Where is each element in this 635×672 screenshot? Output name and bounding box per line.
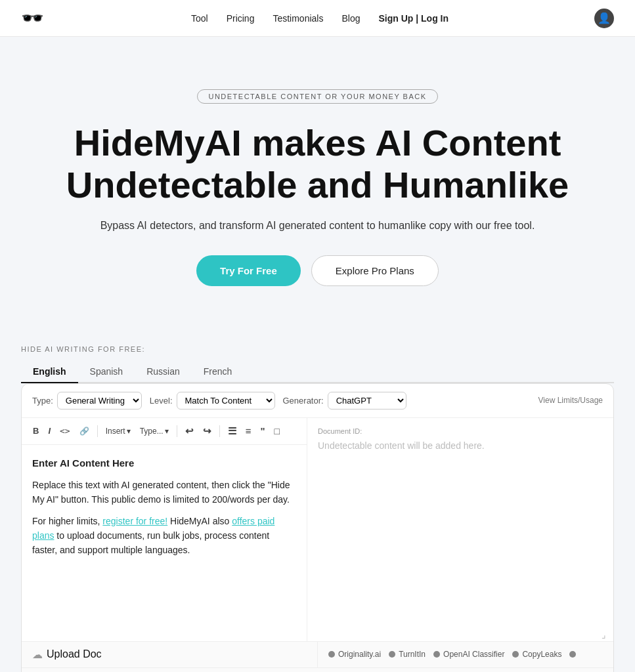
detector-extra	[569, 651, 576, 658]
controls-row: Type: General Writing Essay Article Stor…	[22, 384, 613, 418]
editor-bottom-left: ☁ Upload Doc	[22, 641, 318, 667]
editor-placeholder-title: Enter AI Content Here	[32, 455, 296, 471]
doc-id-label: Document ID:	[318, 427, 603, 435]
toolbar-list-ordered[interactable]: ≡	[242, 423, 255, 438]
hero-buttons: Try For Free Explore Pro Plans	[26, 255, 609, 286]
hero-section: UNDETECTABLE CONTENT OR YOUR MONEY BACK …	[0, 37, 635, 319]
nav-pricing[interactable]: Pricing	[227, 13, 255, 24]
editor-bottom-right: Originality.ai TurnItIn OpenAI Classifie…	[318, 641, 613, 667]
level-select[interactable]: Match To Content Low Medium High	[177, 392, 275, 410]
nav-testimonials[interactable]: Testimonials	[273, 13, 323, 24]
user-avatar-icon[interactable]: 👤	[594, 9, 614, 28]
editor-placeholder-p2: For higher limits, register for free! Hi…	[32, 514, 296, 558]
upload-doc-label[interactable]: Upload Doc	[47, 648, 102, 660]
turnitin-dot	[389, 651, 395, 658]
originality-label: Originality.ai	[338, 650, 381, 659]
hero-badge: UNDETECTABLE CONTENT OR YOUR MONEY BACK	[197, 89, 437, 104]
level-label: Level:	[150, 396, 173, 406]
toolbar-italic[interactable]: I	[45, 424, 54, 438]
tool-section-label: HIDE AI WRITING FOR FREE:	[21, 345, 614, 353]
try-free-button[interactable]: Try For Free	[196, 255, 301, 286]
language-tabs: English Spanish Russian French	[21, 361, 614, 383]
editor-right-panel: Document ID: Undetectable content will b…	[307, 418, 613, 641]
generator-label: Generator:	[283, 396, 324, 406]
toolbar-sep-2	[177, 425, 177, 437]
toolbar-fullscreen[interactable]: □	[271, 424, 283, 438]
toolbar-sep-1	[97, 425, 98, 437]
editor-card: Type: General Writing Essay Article Stor…	[21, 383, 614, 672]
toolbar-sep-3	[219, 425, 220, 437]
hero-subtitle: Bypass AI detectors, and transform AI ge…	[26, 220, 609, 232]
nav-signup-login[interactable]: Sign Up | Log In	[378, 13, 449, 24]
originality-dot	[328, 651, 335, 658]
toolbar-insert[interactable]: Insert ▾	[102, 425, 134, 438]
nav-blog[interactable]: Blog	[341, 13, 360, 24]
editor-left-panel: B I <> 🔗 Insert ▾ Type... ▾ ↩ ↪ ☰	[22, 418, 307, 641]
editor-input-area[interactable]: Enter AI Content Here Replace this text …	[22, 445, 307, 641]
extra-dot	[569, 651, 576, 658]
hero-title: HideMyAI makes AI Content Undetectable a…	[55, 122, 580, 207]
toolbar-link[interactable]: 🔗	[76, 425, 93, 438]
level-control: Level: Match To Content Low Medium High	[150, 392, 275, 410]
tool-section: HIDE AI WRITING FOR FREE: English Spanis…	[0, 319, 635, 672]
toolbar-quote[interactable]: "	[257, 423, 268, 438]
copyleaks-dot	[512, 651, 519, 658]
detector-badges: Originality.ai TurnItIn OpenAI Classifie…	[328, 650, 576, 659]
openai-dot	[433, 651, 440, 658]
navbar-logo: 🕶️	[21, 7, 45, 29]
cloud-upload-icon: ☁	[32, 648, 43, 661]
editor-body: B I <> 🔗 Insert ▾ Type... ▾ ↩ ↪ ☰	[22, 418, 613, 641]
detector-turnitin: TurnItIn	[389, 650, 426, 659]
hide-ai-bar: ⌘ + enter: Hide My AI	[22, 667, 613, 672]
tab-french[interactable]: French	[192, 361, 244, 382]
openai-label: OpenAI Classifier	[443, 650, 504, 659]
register-link[interactable]: register for free!	[102, 516, 167, 526]
editor-bottom-split: ☁ Upload Doc Originality.ai TurnItIn Op	[22, 641, 613, 667]
tab-spanish[interactable]: Spanish	[78, 361, 135, 382]
type-control: Type: General Writing Essay Article Stor…	[32, 392, 142, 410]
detector-openai: OpenAI Classifier	[433, 650, 504, 659]
toolbar-redo[interactable]: ↪	[200, 423, 215, 439]
generator-select[interactable]: ChatGPT GPT-4 Claude Gemini	[328, 392, 406, 410]
navbar: 🕶️ Tool Pricing Testimonials Blog Sign U…	[0, 0, 635, 37]
tab-russian[interactable]: Russian	[135, 361, 192, 382]
nav-tool[interactable]: Tool	[191, 13, 208, 24]
editor-toolbar: B I <> 🔗 Insert ▾ Type... ▾ ↩ ↪ ☰	[22, 418, 307, 445]
detector-originality: Originality.ai	[328, 650, 381, 659]
editor-placeholder-p1: Replace this text with AI generated cont…	[32, 478, 296, 507]
turnitin-label: TurnItIn	[399, 650, 426, 659]
view-limits-link[interactable]: View Limits/Usage	[538, 396, 603, 405]
output-placeholder: Undetectable content will be added here.	[318, 440, 603, 451]
toolbar-undo[interactable]: ↩	[182, 423, 197, 439]
type-select[interactable]: General Writing Essay Article Story	[57, 392, 142, 410]
resize-handle[interactable]: ⌟	[602, 629, 609, 637]
generator-control: Generator: ChatGPT GPT-4 Claude Gemini	[283, 392, 406, 410]
explore-pro-button[interactable]: Explore Pro Plans	[311, 255, 439, 286]
toolbar-bold[interactable]: B	[30, 424, 42, 438]
toolbar-type[interactable]: Type... ▾	[137, 425, 172, 438]
toolbar-list-unordered[interactable]: ☰	[225, 423, 240, 439]
toolbar-code[interactable]: <>	[56, 424, 74, 438]
detector-copyleaks: CopyLeaks	[512, 650, 561, 659]
navbar-links: Tool Pricing Testimonials Blog Sign Up |…	[191, 12, 449, 24]
tab-english[interactable]: English	[21, 361, 78, 383]
copyleaks-label: CopyLeaks	[522, 650, 561, 659]
type-label: Type:	[32, 396, 53, 406]
